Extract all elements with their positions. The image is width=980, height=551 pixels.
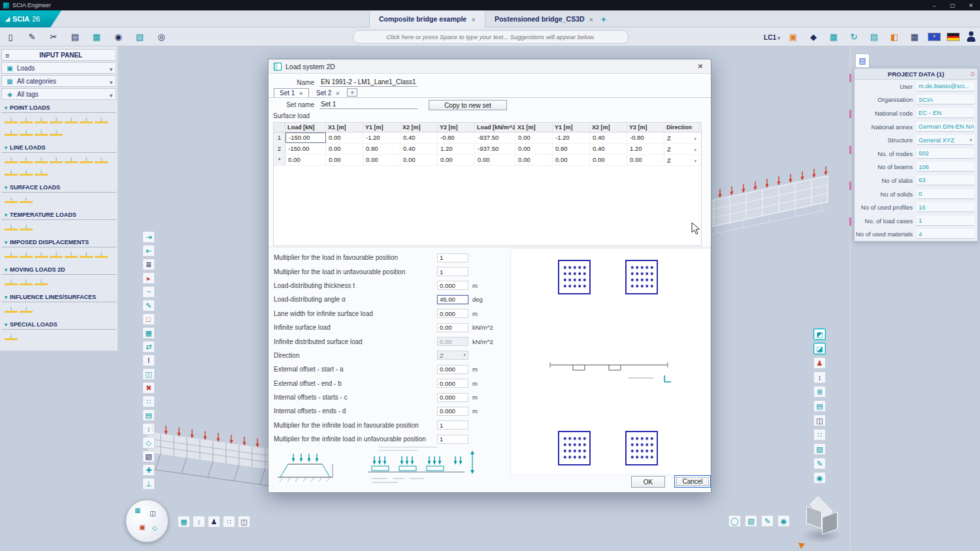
layers-icon[interactable]: ▦ xyxy=(90,29,104,44)
wheel-node-icon[interactable] xyxy=(152,524,157,531)
load-type-icon[interactable] xyxy=(35,116,48,126)
delete-icon[interactable]: ✖ xyxy=(142,382,155,394)
load-type-icon[interactable] xyxy=(35,277,48,288)
node-icon[interactable]: ◇ xyxy=(142,437,155,449)
home-icon[interactable] xyxy=(970,69,975,77)
cell-x2-2[interactable]: 0.40 xyxy=(590,133,627,143)
load-type-icon[interactable] xyxy=(50,155,63,166)
cell-direction[interactable]: Z xyxy=(664,144,699,154)
project-data-value[interactable]: EC - EN xyxy=(917,108,974,118)
stack-icon[interactable]: ≣ xyxy=(142,259,155,270)
close-tab-icon[interactable] xyxy=(471,15,476,23)
beam-section-icon[interactable]: I xyxy=(142,354,155,366)
cell-y2-1[interactable]: 1.20 xyxy=(438,144,475,154)
load-type-icon[interactable] xyxy=(65,250,78,260)
dots-grid-icon[interactable]: ∷ xyxy=(813,429,826,441)
cell-y1-2[interactable]: -1.20 xyxy=(553,133,590,143)
load-type-icon[interactable] xyxy=(20,168,33,178)
load-type-icon[interactable] xyxy=(50,128,63,138)
project-data-value[interactable]: 0 xyxy=(917,189,974,199)
cell-y1-1[interactable]: -1.20 xyxy=(363,133,400,143)
user-account-icon[interactable] xyxy=(966,31,976,42)
snapshot-icon[interactable]: ◉ xyxy=(777,515,790,527)
project-data-value[interactable]: 502 xyxy=(917,149,974,159)
database-icon[interactable]: ≣ xyxy=(813,386,826,398)
panel-dock-handle[interactable] xyxy=(849,46,851,551)
cell-x2-2[interactable]: 0.40 xyxy=(590,144,627,154)
cell-y2-2[interactable]: 1.20 xyxy=(627,144,664,154)
field-input[interactable]: 1 xyxy=(437,253,468,262)
field-input[interactable]: 0.00 xyxy=(437,337,468,346)
updown-icon[interactable]: ↕ xyxy=(142,423,155,435)
field-input[interactable]: 0.00 xyxy=(437,323,468,332)
minimize-button[interactable]: – xyxy=(925,0,943,10)
results-table-icon[interactable]: ▦ xyxy=(826,29,841,44)
command-search-input[interactable] xyxy=(353,30,629,44)
add-icon[interactable]: ✚ xyxy=(142,464,155,476)
split-icon[interactable]: ◫ xyxy=(142,368,155,380)
package-icon[interactable]: ▧ xyxy=(133,29,147,44)
load-type-icon[interactable] xyxy=(50,116,63,126)
load-type-icon[interactable] xyxy=(20,250,33,260)
load-type-icon[interactable] xyxy=(20,277,33,288)
load-case-dropdown[interactable]: LC1 xyxy=(764,31,780,42)
cell-direction[interactable]: Z xyxy=(664,133,699,143)
project-data-value[interactable]: German DIN-EN NA xyxy=(917,122,974,132)
add-set-button[interactable]: + xyxy=(347,88,357,97)
slab-icon[interactable]: ▧ xyxy=(813,443,826,455)
section-tool-icon[interactable]: ◪ xyxy=(813,343,826,354)
close-tab-icon[interactable] xyxy=(589,15,594,23)
project-data-header[interactable]: PROJECT DATA (1) xyxy=(855,69,977,80)
play-icon[interactable]: ▸ xyxy=(142,272,155,284)
section-box-icon[interactable]: ▣ xyxy=(786,29,800,44)
find-text-icon[interactable]: ◎ xyxy=(154,29,169,44)
load-section-header[interactable]: POINT LOADS xyxy=(1,104,116,113)
load-section-header[interactable]: TEMPERATURE LOADS xyxy=(1,212,116,220)
cancel-button[interactable]: Cancel xyxy=(674,475,711,488)
cell-x2-2[interactable]: 0.00 xyxy=(590,155,627,165)
swap-icon[interactable]: ⇄ xyxy=(142,341,155,353)
cell-y2-1[interactable]: -0.80 xyxy=(438,133,475,143)
document-tab[interactable]: Postensioned bridge_CS3D xyxy=(485,10,602,27)
cell-y2-1[interactable]: 0.00 xyxy=(438,155,475,165)
lock-icon[interactable]: ◧ xyxy=(887,29,902,44)
visibility-icon[interactable]: ◉ xyxy=(111,29,125,44)
cell-x1-2[interactable]: 0.00 xyxy=(515,133,553,143)
project-data-value[interactable]: General XYZ xyxy=(917,135,974,145)
cell-load-2[interactable]: -937.50 xyxy=(475,144,515,154)
print-icon[interactable]: ▤ xyxy=(68,29,82,44)
cell-y2-2[interactable]: -0.80 xyxy=(627,133,664,143)
filter-dropdown[interactable]: All tags xyxy=(1,88,116,100)
project-data-chip-icon[interactable] xyxy=(855,54,870,68)
close-button[interactable]: ✕ xyxy=(962,0,980,10)
table-icon[interactable]: ▤ xyxy=(142,409,155,421)
report-icon[interactable]: ▤ xyxy=(867,29,881,44)
load-type-icon[interactable] xyxy=(20,116,33,126)
draw-icon[interactable]: ✎ xyxy=(142,300,155,311)
load-type-icon[interactable] xyxy=(5,305,18,315)
load-type-icon[interactable] xyxy=(35,168,48,178)
load-type-icon[interactable] xyxy=(20,195,33,206)
person-icon[interactable]: ♟ xyxy=(813,357,826,369)
load-type-icon[interactable] xyxy=(65,116,78,126)
level-icon[interactable]: ⊥ xyxy=(142,478,155,490)
load-section-header[interactable]: LINE LOADS xyxy=(1,144,116,153)
filter-dropdown[interactable]: All categories xyxy=(1,75,116,87)
load-type-icon[interactable] xyxy=(5,250,18,260)
eye-icon[interactable]: ◉ xyxy=(813,472,826,484)
cube-view-icon[interactable]: ▧ xyxy=(745,515,757,527)
load-type-icon[interactable] xyxy=(20,128,33,138)
wheel-stop-icon[interactable] xyxy=(139,524,145,531)
load-type-icon[interactable] xyxy=(20,155,33,166)
cell-y1-2[interactable]: 0.80 xyxy=(553,144,590,154)
load-section-header[interactable]: SURFACE LOADS xyxy=(1,184,116,193)
cell-x2-1[interactable]: 0.40 xyxy=(400,144,438,154)
cut-tools-icon[interactable]: ✂ xyxy=(46,29,61,44)
load-type-icon[interactable] xyxy=(65,155,78,166)
field-input[interactable]: 0.000 xyxy=(437,281,468,290)
pin-icon[interactable]: ◆ xyxy=(806,29,821,44)
field-input[interactable]: 0.000 xyxy=(437,393,468,402)
field-input[interactable]: 1 xyxy=(437,435,468,444)
project-data-value[interactable]: 4 xyxy=(917,229,974,239)
project-data-value[interactable]: 106 xyxy=(917,162,974,172)
